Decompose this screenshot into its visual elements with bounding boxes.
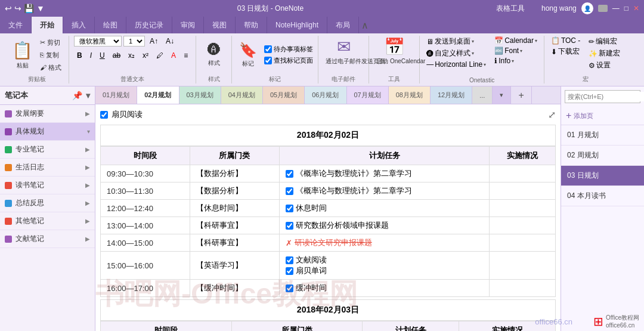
note-item-02zg[interactable]: 02 周规划 xyxy=(561,146,644,166)
tab-home[interactable]: 开始 xyxy=(32,17,63,33)
sidebar-item-zongjie[interactable]: 总结反思 ▶ xyxy=(0,194,95,212)
task-checkbox[interactable] xyxy=(286,170,293,178)
highlight-button[interactable]: 🖊 xyxy=(153,50,166,61)
sidebar-item-zhuanye[interactable]: 专业笔记 ▶ xyxy=(0,141,95,159)
toc-button[interactable]: 📋 TOC - xyxy=(549,36,582,45)
settings-button[interactable]: ⚙ 设置 xyxy=(587,60,622,71)
pin-icon[interactable]: 📌 xyxy=(72,91,82,100)
font-btn[interactable]: 🔤 Font ▾ xyxy=(493,46,539,55)
tab-mar[interactable]: 03月规划 xyxy=(179,86,221,104)
align-button[interactable]: ≡ xyxy=(181,50,191,61)
dushu-expand-icon: ▶ xyxy=(85,182,90,188)
sidebar-item-qita[interactable]: 其他笔记 ▶ xyxy=(0,212,95,230)
find-marker-checkbox-label[interactable]: 查找标记页面 xyxy=(264,56,313,65)
search-input[interactable] xyxy=(565,92,644,101)
find-marker-checkbox[interactable] xyxy=(264,57,272,64)
tab-apr[interactable]: 04月规划 xyxy=(221,86,263,104)
decrease-font-button[interactable]: A↓ xyxy=(163,36,177,47)
maximize-icon[interactable]: □ xyxy=(624,4,628,13)
tab-feb[interactable]: 02月规划 xyxy=(137,86,179,104)
email-button[interactable]: ✉ 通过电子邮件发送页面 xyxy=(323,36,364,66)
restore-window-icon[interactable] xyxy=(598,5,608,12)
sidebar-item-dushu[interactable]: 读书笔记 ▶ xyxy=(0,177,95,194)
tab-jul[interactable]: 07月规划 xyxy=(347,86,389,104)
cut-button[interactable]: ✂ 剪切 xyxy=(38,37,64,48)
minimize-icon[interactable]: — xyxy=(612,4,620,13)
tab-insert[interactable]: 插入 xyxy=(63,17,95,33)
tab-aug[interactable]: 08月规划 xyxy=(389,86,431,104)
style-button[interactable]: 🅐 样式 xyxy=(205,41,223,69)
tab-help[interactable]: 帮助 xyxy=(236,17,267,33)
format-painter-button[interactable]: 🖌 格式 xyxy=(38,62,64,73)
fanbeiyuedu-checkbox[interactable] xyxy=(100,111,108,119)
stamp-button[interactable]: 🔖 标记 xyxy=(237,41,259,69)
font-size-select[interactable]: 11.5 xyxy=(123,36,145,47)
dropdown-arrow-icon[interactable]: ▼ xyxy=(36,4,45,13)
tab-view[interactable]: 视图 xyxy=(204,17,236,33)
strikethrough-button[interactable]: ab xyxy=(110,50,123,61)
search-bar[interactable]: 🔍 xyxy=(565,90,640,103)
edit-macro-button[interactable]: ✏ 编辑宏 xyxy=(587,36,622,47)
custom-style-button[interactable]: 🅐 自定义样式 ▾ xyxy=(425,48,488,59)
user-avatar[interactable]: 👤 xyxy=(581,2,593,14)
tab-may[interactable]: 05月规划 xyxy=(263,86,305,104)
note-item-01yg[interactable]: 01 月规划 xyxy=(561,125,644,146)
font-family-select[interactable]: 微软雅黑 xyxy=(74,36,122,47)
info-btn[interactable]: ℹ Info ▾ xyxy=(493,56,539,66)
quick-access-toolbar[interactable]: ↩ ↪ 💾 ▼ xyxy=(5,4,45,13)
task-checkbox[interactable] xyxy=(286,222,293,230)
calendar-btn[interactable]: 📅 Calendar ▾ xyxy=(493,36,539,45)
tab-file[interactable]: 文件 xyxy=(0,17,32,33)
subscript-button[interactable]: x₂ xyxy=(125,50,138,61)
send-desktop-dropdown-icon: ▾ xyxy=(472,39,474,44)
paste-button[interactable]: 📋 粘贴 xyxy=(10,39,35,71)
bold-button[interactable]: B xyxy=(74,50,85,61)
task-checkbox-1[interactable] xyxy=(286,256,293,264)
add-note-button[interactable]: + 添加页 xyxy=(561,107,644,125)
todo-checkbox[interactable] xyxy=(264,45,272,53)
note-item-03rg[interactable]: 03 日规划 xyxy=(561,166,644,186)
redo-icon[interactable]: ↪ xyxy=(14,4,21,13)
tab-history[interactable]: 历史记录 xyxy=(126,17,172,33)
tab-draw[interactable]: 绘图 xyxy=(95,17,126,33)
copy-button[interactable]: ⎘ 复制 xyxy=(38,50,64,61)
increase-font-button[interactable]: A↑ xyxy=(147,36,161,47)
tab-layout[interactable]: 布局 xyxy=(327,17,359,33)
sidebar-item-shenghuo[interactable]: 生活日志 ▶ xyxy=(0,159,95,177)
note-item-04bg[interactable]: 04 本月读书 xyxy=(561,186,644,206)
tab-notehighlight[interactable]: NoteHighlight xyxy=(267,17,327,33)
ribbon-collapse-icon[interactable]: ∧ xyxy=(361,20,369,31)
font-color-button[interactable]: A xyxy=(168,50,179,61)
task-checkbox[interactable] xyxy=(286,284,293,292)
tab-review[interactable]: 审阅 xyxy=(172,17,204,33)
table-row: 09:30—10:30 【数据分析】 《概率论与数理统计》第二章学习 xyxy=(101,165,556,182)
close-icon[interactable]: ✕ xyxy=(633,4,639,13)
download-macro-button[interactable]: ⬇ 下载宏 xyxy=(549,46,582,57)
onecalendar-button[interactable]: 📅 启动 OneCalendar xyxy=(374,36,414,66)
task-checkbox[interactable] xyxy=(286,187,293,195)
tab-jan[interactable]: 01月规划 xyxy=(95,86,137,104)
save-icon[interactable]: 💾 xyxy=(24,4,34,13)
tab-jun[interactable]: 06月规划 xyxy=(305,86,346,104)
hline-dropdown-icon: ▾ xyxy=(484,62,486,67)
sidebar-item-juti[interactable]: 具体规划 ▾ xyxy=(0,123,95,141)
underline-button[interactable]: U xyxy=(97,50,108,61)
expand-icon[interactable]: ⤢ xyxy=(548,109,556,120)
chevron-down-icon[interactable]: ▾ xyxy=(86,91,90,100)
send-desktop-button[interactable]: 🖥 发送到桌面 ▾ xyxy=(425,36,488,47)
task-checkbox[interactable] xyxy=(286,205,293,212)
task-checkbox-2[interactable] xyxy=(286,267,293,275)
horizontal-line-button[interactable]: — Horizontal Line ▾ xyxy=(425,60,488,69)
tab-dec[interactable]: 12月规划 xyxy=(431,86,472,104)
italic-button[interactable]: I xyxy=(87,50,95,61)
sidebar-item-wenxian[interactable]: 文献笔记 ▶ xyxy=(0,230,95,248)
font-icon: 🔤 xyxy=(494,47,503,55)
superscript-button[interactable]: x² xyxy=(140,50,151,61)
tab-add-button[interactable]: + xyxy=(511,86,531,104)
undo-icon[interactable]: ↩ xyxy=(5,4,12,13)
new-macro-button[interactable]: ✨ 新建宏 xyxy=(587,48,622,59)
tab-more[interactable]: ... xyxy=(472,86,493,104)
todo-checkbox-label[interactable]: 待办事项标签 xyxy=(264,45,313,54)
sidebar-item-fazhan[interactable]: 发展纲要 ▶ xyxy=(0,105,95,123)
tab-dropdown-arrow[interactable]: ▾ xyxy=(493,86,511,104)
